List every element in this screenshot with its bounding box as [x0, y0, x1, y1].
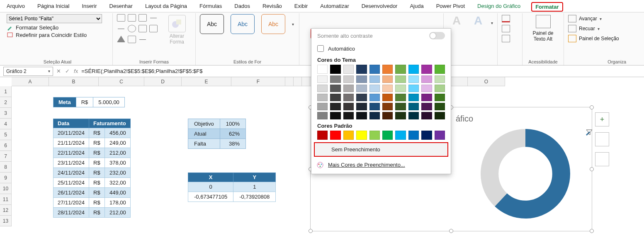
tab-p-gina-inicial[interactable]: Página Inicial: [36, 2, 71, 12]
table-row[interactable]: -0,673477105-0,73920808: [188, 192, 276, 202]
chart-filter-button[interactable]: [595, 152, 609, 166]
col-header[interactable]: [285, 77, 294, 86]
tab-dados[interactable]: Dados: [233, 2, 252, 12]
tab-power-pivot[interactable]: Power Pivot: [435, 2, 467, 12]
color-swatch[interactable]: [408, 112, 419, 119]
table-row[interactable]: 01: [188, 182, 276, 192]
color-swatch[interactable]: [369, 131, 380, 140]
row-header[interactable]: 6: [0, 140, 12, 151]
row-header[interactable]: 9: [0, 172, 12, 183]
tab-arquivo[interactable]: Arquivo: [5, 2, 27, 12]
tab-exibir[interactable]: Exibir: [293, 2, 310, 12]
shape-style-3[interactable]: Abc: [261, 14, 285, 34]
table-row[interactable]: Atual62%: [188, 129, 246, 139]
chart-element-select[interactable]: Série1 Ponto "Falta": [7, 14, 102, 23]
color-swatch[interactable]: [382, 131, 393, 140]
color-swatch[interactable]: [356, 75, 367, 83]
shape-connector-icon[interactable]: [139, 36, 147, 43]
tab-layout-da-p-gina[interactable]: Layout da Página: [143, 2, 189, 12]
text-effects-icon[interactable]: [502, 35, 510, 42]
no-fill-item[interactable]: Sem Preenchimento: [314, 142, 448, 157]
color-swatch[interactable]: [421, 112, 432, 119]
send-backward-button[interactable]: Recuar▾: [568, 25, 626, 32]
row-header[interactable]: 1: [0, 86, 12, 97]
shapes-gallery[interactable]: [117, 14, 158, 45]
col-header[interactable]: E: [182, 77, 231, 86]
color-swatch[interactable]: [317, 131, 328, 140]
shape-arrow-icon[interactable]: [117, 25, 125, 32]
fx-icon[interactable]: fx: [74, 68, 78, 74]
color-swatch[interactable]: [369, 112, 380, 119]
format-selection-button[interactable]: Formatar Seleção: [7, 24, 108, 31]
color-swatch[interactable]: [356, 85, 367, 92]
color-swatch[interactable]: [408, 94, 419, 101]
color-swatch[interactable]: [356, 65, 367, 74]
color-swatch[interactable]: [435, 103, 445, 110]
color-swatch[interactable]: [343, 94, 354, 101]
color-swatch[interactable]: [395, 94, 406, 101]
selection-pane-button[interactable]: Painel de Seleção: [568, 35, 626, 42]
color-swatch[interactable]: [395, 75, 406, 83]
color-swatch[interactable]: [382, 85, 393, 92]
color-swatch[interactable]: [408, 131, 419, 140]
color-swatch[interactable]: [435, 85, 445, 92]
color-swatch[interactable]: [408, 103, 419, 110]
shape-rect3-icon[interactable]: [149, 25, 158, 32]
color-swatch[interactable]: [330, 94, 340, 101]
color-swatch[interactable]: [356, 94, 367, 101]
shape-brace-icon[interactable]: [139, 25, 147, 32]
name-box[interactable]: Gráfico 2▾: [3, 67, 53, 76]
shape-triangle-icon[interactable]: [117, 36, 125, 42]
color-swatch[interactable]: [343, 75, 354, 83]
color-swatch[interactable]: [395, 85, 406, 92]
color-swatch[interactable]: [317, 103, 328, 110]
tab-inserir[interactable]: Inserir: [80, 2, 98, 12]
doughnut-chart[interactable]: [476, 124, 575, 223]
color-swatch[interactable]: [408, 65, 419, 74]
automatic-color-row[interactable]: Automático: [311, 43, 451, 54]
row-header[interactable]: 11: [0, 194, 12, 205]
color-swatch[interactable]: [395, 65, 406, 74]
reset-match-style-button[interactable]: Redefinir para Coincidir Estilo: [7, 32, 108, 38]
color-swatch[interactable]: [369, 65, 380, 74]
color-swatch[interactable]: [343, 131, 354, 140]
color-swatch[interactable]: [435, 131, 445, 140]
color-swatch[interactable]: [330, 112, 340, 119]
color-swatch[interactable]: [421, 103, 432, 110]
table-row[interactable]: 28/11/2024R$212,00: [53, 208, 131, 218]
table-row[interactable]: Falta38%: [188, 139, 246, 149]
table-row[interactable]: 27/11/2024R$178,00: [53, 198, 131, 208]
col-header[interactable]: C: [99, 77, 144, 86]
color-swatch[interactable]: [330, 85, 340, 92]
color-swatch[interactable]: [435, 75, 445, 83]
table-row[interactable]: 21/11/2024R$249,00: [53, 138, 131, 148]
color-swatch[interactable]: [356, 103, 367, 110]
color-swatch[interactable]: [382, 94, 393, 101]
color-swatch[interactable]: [395, 112, 406, 119]
table-row[interactable]: 22/11/2024R$212,00: [53, 148, 131, 158]
col-header[interactable]: [302, 77, 310, 86]
bring-forward-button[interactable]: Avançar▾: [568, 15, 626, 22]
alt-text-icon[interactable]: [536, 15, 551, 28]
wordart-more-icon[interactable]: ▾: [491, 21, 493, 25]
shape-style-1[interactable]: Abc: [200, 14, 224, 34]
row-header[interactable]: 10: [0, 183, 12, 194]
tab-desenhar[interactable]: Desenhar: [108, 2, 134, 12]
color-swatch[interactable]: [382, 65, 393, 74]
table-row[interactable]: Objetivo100%: [188, 119, 246, 129]
color-swatch[interactable]: [317, 65, 328, 74]
row-header[interactable]: 3: [0, 108, 12, 119]
color-swatch[interactable]: [330, 65, 340, 74]
row-header[interactable]: 4: [0, 119, 12, 129]
color-swatch[interactable]: [395, 131, 406, 140]
row-header[interactable]: 13: [0, 216, 12, 226]
row-header[interactable]: 2: [0, 97, 12, 108]
color-swatch[interactable]: [330, 131, 340, 140]
wordart-style-2[interactable]: A: [469, 14, 487, 32]
text-outline-icon[interactable]: [502, 25, 510, 32]
shape-oval-icon[interactable]: [128, 25, 136, 32]
color-swatch[interactable]: [343, 103, 354, 110]
shape-rect2-icon[interactable]: [128, 14, 136, 22]
col-header[interactable]: D: [144, 77, 182, 86]
shape-line-icon[interactable]: [149, 14, 158, 22]
